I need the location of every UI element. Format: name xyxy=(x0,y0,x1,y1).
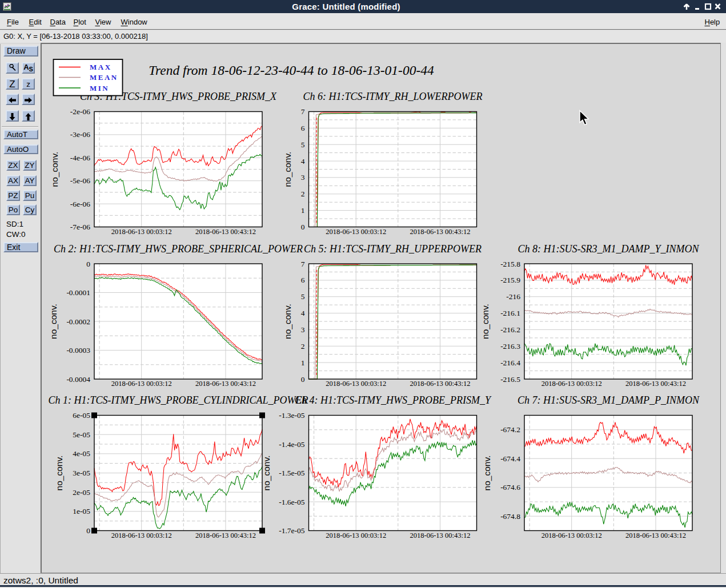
svg-text:6e-05: 6e-05 xyxy=(73,411,90,420)
svg-text:MIN: MIN xyxy=(90,84,109,92)
svg-text:Trend from 18-06-12-23-40-44 t: Trend from 18-06-12-23-40-44 to 18-06-13… xyxy=(149,63,434,78)
svg-text:4: 4 xyxy=(301,157,305,166)
svg-text:-4e-06: -4e-06 xyxy=(70,154,90,162)
svg-text:-0.0004: -0.0004 xyxy=(66,375,90,384)
svg-text:no_conv.: no_conv. xyxy=(482,456,492,491)
svg-text:-674.4: -674.4 xyxy=(500,454,520,463)
svg-text:2018-06-13 00:03:12: 2018-06-13 00:03:12 xyxy=(326,380,386,388)
svg-text:2018-06-13 00:43:12: 2018-06-13 00:43:12 xyxy=(410,531,471,539)
svg-text:-1.6e-05: -1.6e-05 xyxy=(279,498,305,506)
svg-text:-216.2: -216.2 xyxy=(500,325,520,334)
svg-text:-215.8: -215.8 xyxy=(500,260,520,268)
svg-text:3e-05: 3e-05 xyxy=(73,469,90,477)
svg-text:-1.3e-05: -1.3e-05 xyxy=(279,411,305,420)
svg-text:4: 4 xyxy=(301,309,305,317)
svg-text:2018-06-13 00:43:12: 2018-06-13 00:43:12 xyxy=(195,380,256,388)
svg-text:no_conv.: no_conv. xyxy=(262,456,271,491)
svg-text:-0.0003: -0.0003 xyxy=(66,346,90,355)
svg-text:2018-06-13 00:03:12: 2018-06-13 00:03:12 xyxy=(326,531,386,539)
svg-text:-0.0002: -0.0002 xyxy=(66,317,90,326)
svg-text:-3e-06: -3e-06 xyxy=(70,130,90,139)
svg-text:2018-06-13 00:43:12: 2018-06-13 00:43:12 xyxy=(625,531,686,539)
svg-text:Ch 6: H1:TCS-ITMY_RH_LOWERPOWE: Ch 6: H1:TCS-ITMY_RH_LOWERPOWER xyxy=(303,91,483,102)
svg-text:-216.3: -216.3 xyxy=(500,342,520,351)
svg-text:2018-06-13 00:03:12: 2018-06-13 00:03:12 xyxy=(111,380,172,388)
svg-text:Ch 7: H1:SUS-SR3_M1_DAMP_P_INM: Ch 7: H1:SUS-SR3_M1_DAMP_P_INMON xyxy=(518,394,700,406)
svg-text:Ch 4: H1:TCS-ITMY_HWS_PROBE_PR: Ch 4: H1:TCS-ITMY_HWS_PROBE_PRISM_Y xyxy=(295,394,492,406)
svg-text:5e-05: 5e-05 xyxy=(73,430,90,439)
svg-text:0: 0 xyxy=(86,526,90,535)
svg-text:7: 7 xyxy=(301,107,305,116)
svg-text:Ch 1: H1:TCS-ITMY_HWS_PROBE_CY: Ch 1: H1:TCS-ITMY_HWS_PROBE_CYLINDRICAL_… xyxy=(49,394,308,406)
svg-text:no_conv.: no_conv. xyxy=(480,304,490,339)
svg-text:-216.5: -216.5 xyxy=(500,375,520,384)
svg-text:2018-06-13 00:03:12: 2018-06-13 00:03:12 xyxy=(542,531,602,539)
svg-text:MAX: MAX xyxy=(90,63,112,71)
svg-text:3: 3 xyxy=(301,325,305,334)
svg-text:-216: -216 xyxy=(506,292,520,301)
svg-text:2018-06-13 00:43:12: 2018-06-13 00:43:12 xyxy=(410,228,471,236)
svg-text:6: 6 xyxy=(301,276,305,284)
svg-text:4e-05: 4e-05 xyxy=(73,449,90,458)
svg-text:-1.5e-05: -1.5e-05 xyxy=(279,469,305,477)
svg-text:2018-06-13 00:43:12: 2018-06-13 00:43:12 xyxy=(410,380,471,388)
svg-text:-2e-06: -2e-06 xyxy=(70,107,90,116)
svg-text:2e-05: 2e-05 xyxy=(73,488,90,497)
svg-text:2018-06-13 00:43:12: 2018-06-13 00:43:12 xyxy=(625,380,686,388)
svg-text:1: 1 xyxy=(301,206,305,215)
svg-text:2: 2 xyxy=(301,342,305,351)
svg-text:MEAN: MEAN xyxy=(90,73,118,82)
svg-text:3: 3 xyxy=(301,173,305,182)
svg-text:-674.2: -674.2 xyxy=(500,425,520,434)
svg-text:0: 0 xyxy=(301,223,305,231)
svg-text:-216.4: -216.4 xyxy=(500,359,520,367)
svg-text:no_conv.: no_conv. xyxy=(283,152,292,187)
svg-text:-0.0001: -0.0001 xyxy=(66,288,90,297)
svg-text:2018-06-13 00:43:12: 2018-06-13 00:43:12 xyxy=(195,531,256,539)
svg-text:no_conv.: no_conv. xyxy=(283,304,292,339)
svg-text:2: 2 xyxy=(301,190,305,198)
svg-text:-215.9: -215.9 xyxy=(500,276,520,284)
svg-text:Ch 2: H1:TCS-ITMY_HWS_PROBE_SP: Ch 2: H1:TCS-ITMY_HWS_PROBE_SPHERICAL_PO… xyxy=(54,243,303,255)
svg-text:5: 5 xyxy=(301,140,305,149)
svg-text:-674.8: -674.8 xyxy=(500,512,520,521)
svg-text:no_conv.: no_conv. xyxy=(49,304,58,339)
svg-text:no_conv.: no_conv. xyxy=(50,152,59,187)
svg-text:-216.1: -216.1 xyxy=(500,309,520,317)
svg-text:0: 0 xyxy=(86,260,90,268)
svg-text:2018-06-13 00:03:12: 2018-06-13 00:03:12 xyxy=(542,380,602,388)
svg-text:Ch 5: H1:TCS-ITMY_RH_UPPERPOWE: Ch 5: H1:TCS-ITMY_RH_UPPERPOWER xyxy=(304,243,482,255)
svg-text:2018-06-13 00:03:12: 2018-06-13 00:03:12 xyxy=(111,228,172,236)
svg-text:0: 0 xyxy=(301,375,305,384)
svg-text:2018-06-13 00:03:12: 2018-06-13 00:03:12 xyxy=(326,228,386,236)
svg-text:7: 7 xyxy=(301,260,305,268)
svg-text:1: 1 xyxy=(301,359,305,367)
svg-text:Ch 8: H1:SUS-SR3_M1_DAMP_Y_INM: Ch 8: H1:SUS-SR3_M1_DAMP_Y_INMON xyxy=(518,243,700,255)
svg-text:-1.7e-05: -1.7e-05 xyxy=(279,526,305,535)
svg-text:no_conv.: no_conv. xyxy=(54,456,64,491)
svg-text:1e-05: 1e-05 xyxy=(73,507,90,515)
svg-text:-7e-06: -7e-06 xyxy=(70,223,90,231)
svg-text:2018-06-13 00:03:12: 2018-06-13 00:03:12 xyxy=(111,531,172,539)
svg-text:2018-06-13 00:43:12: 2018-06-13 00:43:12 xyxy=(195,228,256,236)
svg-text:-5e-06: -5e-06 xyxy=(70,176,90,185)
svg-text:-6e-06: -6e-06 xyxy=(70,200,90,208)
svg-text:5: 5 xyxy=(301,292,305,301)
svg-text:6: 6 xyxy=(301,124,305,132)
svg-text:-674.6: -674.6 xyxy=(500,483,520,492)
svg-text:-1.4e-05: -1.4e-05 xyxy=(279,440,305,449)
